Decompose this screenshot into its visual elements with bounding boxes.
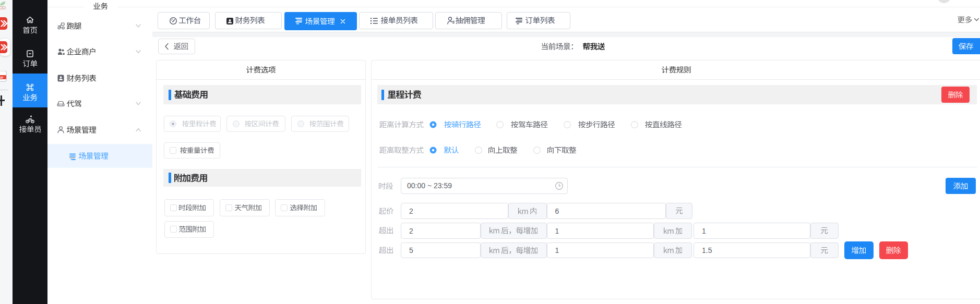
svg-text:DF: DF xyxy=(0,76,4,79)
